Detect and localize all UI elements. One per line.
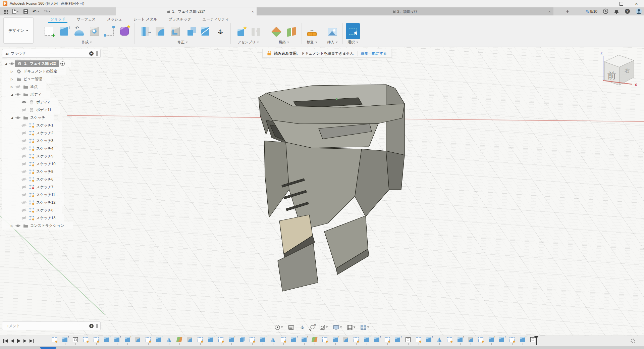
timeline-feature-sketch[interactable] [507, 337, 517, 345]
move-button[interactable] [213, 23, 227, 39]
visibility-off-icon[interactable] [20, 193, 27, 197]
browser-item-body[interactable]: 1、フェイス部 v22 [15, 60, 59, 67]
visibility-off-icon[interactable] [14, 85, 21, 89]
redo-button[interactable] [44, 9, 51, 14]
enable-editing-link[interactable]: 編集可能にする [361, 51, 387, 56]
revolve-button[interactable] [72, 23, 86, 39]
visibility-off-icon[interactable] [20, 208, 27, 212]
visibility-off-icon[interactable] [20, 108, 27, 112]
group-label[interactable]: 挿入 [327, 40, 338, 45]
expand-caret-icon[interactable]: ◢ [9, 116, 14, 119]
browser-item[interactable]: スケッチ1 [2, 121, 62, 129]
view-cube[interactable]: 前 右 Z X [598, 50, 639, 90]
timeline-feature-extrude[interactable] [330, 337, 340, 345]
timeline-feature-extrude[interactable] [153, 337, 164, 345]
browser-item-body[interactable]: スケッチ6 [27, 176, 56, 183]
zoom-button[interactable] [310, 324, 316, 330]
step-back-button[interactable] [11, 339, 14, 343]
browser-item-body[interactable]: スケッチ [21, 114, 48, 121]
visibility-on-icon[interactable] [8, 62, 15, 65]
browser-item-body[interactable]: スケッチ7 [27, 184, 56, 190]
browser-item[interactable]: スケッチ2 [2, 129, 62, 137]
grid-settings-button[interactable] [346, 324, 357, 331]
group-label[interactable]: 検査 [307, 40, 317, 45]
visibility-off-icon[interactable] [20, 162, 27, 166]
browser-item-body[interactable]: スケッチ12 [27, 199, 58, 206]
undo-button[interactable] [33, 9, 39, 14]
visibility-off-icon[interactable] [20, 147, 27, 150]
browser-item[interactable]: スケッチ8 [2, 206, 62, 214]
save-button[interactable] [23, 9, 28, 14]
select-button[interactable] [346, 23, 360, 39]
expand-caret-icon[interactable]: ▷ [9, 70, 14, 73]
browser-item[interactable]: ▷ドキュメントの設定 [2, 67, 66, 75]
browser-header[interactable]: ブラウザ [2, 49, 101, 58]
timeline-feature-sketch[interactable] [413, 337, 424, 345]
ribbon-tab[interactable]: メッシュ [106, 17, 123, 22]
ribbon-tab[interactable]: ユーティリティ [202, 17, 230, 22]
browser-item-body[interactable]: 原点 [21, 84, 40, 90]
visibility-off-icon[interactable] [20, 170, 27, 173]
hole-button[interactable] [87, 23, 101, 39]
measure-button[interactable] [305, 23, 319, 39]
timeline-feature-fillet[interactable] [340, 337, 351, 345]
robot-head-model[interactable] [259, 85, 405, 291]
close-icon[interactable] [548, 9, 551, 13]
browser-item[interactable]: ◢1、フェイス部 v22 [2, 60, 71, 67]
timeline-feature-extrude[interactable] [226, 337, 236, 345]
expand-caret-icon[interactable]: ◢ [3, 62, 8, 65]
browser-item[interactable]: スケッチ4 [2, 145, 62, 152]
timeline-feature-sketch[interactable] [444, 337, 455, 345]
expand-caret-icon[interactable]: ◢ [9, 93, 14, 96]
visibility-on-icon[interactable] [14, 93, 21, 96]
timeline-feature-mirror[interactable] [434, 337, 444, 345]
timeline-feature-extrude[interactable] [455, 337, 465, 345]
timeline-feature-extrude[interactable] [361, 337, 372, 345]
viewcube-front-label[interactable]: 前 [607, 70, 616, 81]
visibility-off-icon[interactable] [20, 178, 27, 181]
timeline-feature-extrude[interactable] [205, 337, 216, 345]
browser-item[interactable]: ◢ボディ [2, 91, 50, 98]
browser-item[interactable]: スケッチ9 [2, 152, 62, 160]
browser-item-body[interactable]: スケッチ1 [27, 122, 56, 129]
browser-item[interactable]: スケッチ6 [2, 176, 62, 183]
go-to-start-button[interactable] [3, 339, 8, 343]
browser-item-body[interactable]: ドキュメントの設定 [14, 68, 60, 74]
visibility-on-icon[interactable] [20, 100, 27, 104]
job-status-badge[interactable]: 8/10 [586, 9, 597, 14]
close-button[interactable] [629, 0, 644, 7]
timeline-feature-extrude[interactable] [517, 337, 528, 345]
browser-item[interactable]: スケッチ3 [2, 137, 62, 145]
timeline-feature-pattern[interactable] [70, 337, 80, 345]
visibility-off-icon[interactable] [20, 216, 27, 220]
minimize-panel-icon[interactable] [89, 51, 94, 56]
pan-button[interactable] [299, 323, 306, 331]
timeline-feature-plane[interactable] [174, 337, 184, 345]
timeline-position-marker[interactable] [536, 336, 537, 345]
browser-item[interactable]: ▷ビュー管理 [2, 75, 51, 83]
job-history-button[interactable] [603, 8, 608, 15]
browser-item[interactable]: スケッチ5 [2, 168, 62, 176]
group-label[interactable]: アセンブリ [238, 40, 259, 45]
timeline-feature-combine[interactable] [236, 337, 247, 345]
timeline-feature-sketch[interactable] [247, 337, 257, 345]
app-grid-button[interactable] [3, 9, 8, 14]
timeline-feature-extrude[interactable] [112, 337, 122, 345]
timeline-feature-sketch[interactable] [216, 337, 226, 345]
pattern-button[interactable] [102, 23, 116, 39]
new-component-button[interactable] [234, 23, 248, 39]
timeline-feature-extrude[interactable] [486, 337, 496, 345]
browser-item-body[interactable]: スケッチ8 [27, 207, 56, 213]
timeline-settings-gear-icon[interactable] [631, 339, 635, 343]
browser-item-body[interactable]: スケッチ3 [27, 138, 56, 144]
combine-button[interactable] [183, 23, 197, 39]
browser-item-body[interactable]: ボディ2 [27, 99, 52, 105]
browser-item[interactable]: スケッチ10 [2, 160, 64, 168]
timeline-feature-extrude[interactable] [257, 337, 268, 345]
workspace-selector[interactable]: デザイン [3, 17, 34, 44]
ribbon-tab[interactable]: プラスチック [168, 17, 192, 22]
timeline-scrollbar[interactable] [0, 346, 644, 349]
browser-item-body[interactable]: スケッチ4 [27, 145, 56, 152]
timeline-feature-extrude[interactable] [122, 337, 132, 345]
timeline-feature-sketch[interactable] [351, 337, 361, 345]
